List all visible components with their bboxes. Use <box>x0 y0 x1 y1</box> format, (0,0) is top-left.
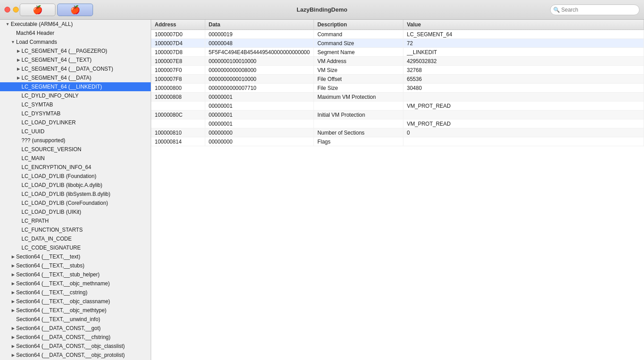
disclosure-triangle: ▶ <box>10 325 16 331</box>
table-row[interactable]: 1000007F80000000000010000File Offset6553… <box>151 75 644 84</box>
sidebar-item-section64-text-cstring[interactable]: ▶Section64 (__TEXT,__cstring) <box>0 288 151 297</box>
cell-value: VM_PROT_READ <box>403 102 644 110</box>
sidebar-item-section64-text-text[interactable]: ▶Section64 (__TEXT,__text) <box>0 252 151 261</box>
sidebar-item-lc-segment-data-const[interactable]: ▶LC_SEGMENT_64 (__DATA_CONST) <box>0 64 151 73</box>
sidebar-item-lc-segment-text[interactable]: ▶LC_SEGMENT_64 (__TEXT) <box>0 55 151 64</box>
sidebar-item-lc-load-dylib-corefoundation[interactable]: LC_LOAD_DYLIB (CoreFoundation) <box>0 199 151 208</box>
search-icon: 🔍 <box>553 7 560 13</box>
main-area: ▼Executable (ARM64_ALL)Mach64 Header▼Loa… <box>0 20 644 360</box>
table-row[interactable]: 10000081400000000Flags <box>151 137 644 146</box>
sidebar-item-lc-symtab[interactable]: LC_SYMTAB <box>0 100 151 109</box>
sidebar-item-lc-dyld-info[interactable]: LC_DYLD_INFO_ONLY <box>0 91 151 100</box>
cell-address: 100000808 <box>151 93 205 102</box>
sidebar-item-label: ??? (unsupported) <box>21 137 65 144</box>
sidebar-item-section64-text-objc-methname[interactable]: ▶Section64 (__TEXT,__objc_methname) <box>0 279 151 288</box>
cell-value: 65536 <box>403 75 644 84</box>
sidebar-item-lc-function-starts[interactable]: LC_FUNCTION_STARTS <box>0 225 151 234</box>
sidebar-item-lc-load-dylib-foundation[interactable]: LC_LOAD_DYLIB (Foundation) <box>0 172 151 181</box>
search-container: 🔍 <box>550 4 640 15</box>
sidebar-item-label: LC_CODE_SIGNATURE <box>21 245 80 251</box>
sidebar-item-label: LC_SEGMENT_64 (__DATA_CONST) <box>21 66 113 72</box>
toolbar-icon-2: 🍎 <box>70 5 80 15</box>
cell-description: File Size <box>314 84 403 93</box>
table-row[interactable]: 10000081000000000Number of Sections0 <box>151 128 644 137</box>
table-row[interactable]: 10000080800000001Maximum VM Protection <box>151 93 644 102</box>
sidebar-item-section64-text-stubs[interactable]: ▶Section64 (__TEXT,__stubs) <box>0 261 151 270</box>
disclosure-triangle: ▶ <box>10 334 16 340</box>
sidebar-item-lc-uuid[interactable]: LC_UUID <box>0 127 151 136</box>
sidebar-item-lc-load-dylib-uikit[interactable]: LC_LOAD_DYLIB (UIKit) <box>0 208 151 216</box>
sidebar-item-label: LC_LOAD_DYLIB (libSystem.B.dylib) <box>21 191 110 197</box>
sidebar-item-lc-unsupported[interactable]: ??? (unsupported) <box>0 136 151 145</box>
cell-address: 1000007D8 <box>151 48 205 57</box>
table-row[interactable]: 1000007D000000019CommandLC_SEGMENT_64 <box>151 30 644 39</box>
sidebar-item-lc-load-dylib-libsystem[interactable]: LC_LOAD_DYLIB (libSystem.B.dylib) <box>0 190 151 199</box>
table-row[interactable]: 00000001VM_PROT_READ <box>151 119 644 128</box>
sidebar-item-lc-source-version[interactable]: LC_SOURCE_VERSION <box>0 145 151 154</box>
sidebar-item-section64-data-const-objc-protolist[interactable]: ▶Section64 (__DATA_CONST,__objc_protolis… <box>0 351 151 360</box>
sidebar-item-lc-main[interactable]: LC_MAIN <box>0 154 151 163</box>
close-button[interactable] <box>4 7 10 13</box>
sidebar-item-lc-dysymtab[interactable]: LC_DYSYMTAB <box>0 109 151 118</box>
sidebar-item-section64-text-unwind-info[interactable]: Section64 (__TEXT,__unwind_info) <box>0 315 151 324</box>
cell-address: 1000007F8 <box>151 75 205 84</box>
sidebar-item-label: Section64 (__TEXT,__cstring) <box>16 289 87 296</box>
cell-value <box>403 110 644 119</box>
sidebar-item-label: Section64 (__TEXT,__text) <box>16 254 80 260</box>
cell-address: 1000007D0 <box>151 30 205 39</box>
sidebar-item-label: Section64 (__TEXT,__stub_helper) <box>16 271 100 278</box>
table-row[interactable]: 1000007E80000000100010000VM Address42950… <box>151 57 644 66</box>
disclosure-triangle: ▶ <box>10 343 16 349</box>
disclosure-triangle: ▶ <box>10 254 16 260</box>
disclosure-spacer <box>15 102 21 108</box>
cell-address <box>151 102 205 110</box>
sidebar-item-lc-load-dylinker[interactable]: LC_LOAD_DYLINKER <box>0 118 151 127</box>
sidebar-item-section64-data-const-got[interactable]: ▶Section64 (__DATA_CONST,__got) <box>0 324 151 333</box>
cell-data: 0000000100010000 <box>205 57 314 66</box>
sidebar-item-lc-segment-linkedit[interactable]: LC_SEGMENT_64 (__LINKEDIT) <box>0 82 151 91</box>
toolbar-btn-1[interactable]: 🍎 <box>20 4 55 16</box>
sidebar-item-load-commands[interactable]: ▼Load Commands <box>0 38 151 47</box>
table-row[interactable]: 1000008000000000000007710File Size30480 <box>151 84 644 93</box>
sidebar-item-lc-segment-data[interactable]: ▶LC_SEGMENT_64 (__DATA) <box>0 73 151 82</box>
disclosure-spacer <box>15 119 21 126</box>
cell-value <box>403 93 644 102</box>
sidebar-item-label: Section64 (__DATA_CONST,__cfstring) <box>16 334 110 340</box>
sidebar-item-label: LC_SEGMENT_64 (__TEXT) <box>21 57 92 63</box>
sidebar-item-section64-data-const-objc-classlist[interactable]: ▶Section64 (__DATA_CONST,__objc_classlis… <box>0 342 151 351</box>
disclosure-spacer <box>15 200 21 206</box>
sidebar-item-section64-text-objc-methtype[interactable]: ▶Section64 (__TEXT,__objc_methtype) <box>0 306 151 315</box>
sidebar-item-lc-encryption-info[interactable]: LC_ENCRYPTION_INFO_64 <box>0 163 151 172</box>
cell-data: 00000001 <box>205 102 314 110</box>
disclosure-triangle: ▶ <box>10 271 16 278</box>
table-row[interactable]: 00000001VM_PROT_READ <box>151 102 644 110</box>
disclosure-triangle: ▶ <box>15 75 21 81</box>
sidebar-item-lc-code-signature[interactable]: LC_CODE_SIGNATURE <box>0 243 151 252</box>
table-row[interactable]: 10000080C00000001Initial VM Protection <box>151 110 644 119</box>
col-header-address: Address <box>151 20 205 30</box>
cell-description: Maximum VM Protection <box>314 93 403 102</box>
sidebar-item-executable[interactable]: ▼Executable (ARM64_ALL) <box>0 20 151 29</box>
sidebar-item-lc-rpath[interactable]: LC_RPATH <box>0 216 151 225</box>
table-row[interactable]: 1000007D85F5F4C494E4B4544495400000000000… <box>151 48 644 57</box>
sidebar-item-lc-load-dylib-libobjc[interactable]: LC_LOAD_DYLIB (libobjc.A.dylib) <box>0 181 151 190</box>
minimize-button[interactable] <box>13 7 19 13</box>
sidebar-item-section64-data-const-cfstring[interactable]: ▶Section64 (__DATA_CONST,__cfstring) <box>0 333 151 342</box>
cell-description: VM Address <box>314 57 403 66</box>
cell-description: Initial VM Protection <box>314 110 403 119</box>
disclosure-spacer <box>15 218 21 224</box>
sidebar-item-lc-segment-pagezero[interactable]: ▶LC_SEGMENT_64 (__PAGEZERO) <box>0 47 151 55</box>
sidebar-item-section64-text-stub-helper[interactable]: ▶Section64 (__TEXT,__stub_helper) <box>0 270 151 279</box>
sidebar-item-section64-text-objc-classname[interactable]: ▶Section64 (__TEXT,__objc_classname) <box>0 297 151 306</box>
sidebar-item-lc-data-in-code[interactable]: LC_DATA_IN_CODE <box>0 234 151 243</box>
search-input[interactable] <box>550 4 640 15</box>
cell-data: 00000000 <box>205 137 314 146</box>
cell-value: 4295032832 <box>403 57 644 66</box>
sidebar-item-label: LC_RPATH <box>21 218 49 224</box>
cell-data: 0000000000007710 <box>205 84 314 93</box>
sidebar-item-label: LC_SYMTAB <box>21 102 53 108</box>
table-row[interactable]: 1000007F00000000000008000VM Size32768 <box>151 66 644 75</box>
toolbar-btn-2[interactable]: 🍎 <box>57 4 93 16</box>
sidebar-item-mach64-header[interactable]: Mach64 Header <box>0 29 151 38</box>
table-row[interactable]: 1000007D400000048Command Size72 <box>151 39 644 48</box>
